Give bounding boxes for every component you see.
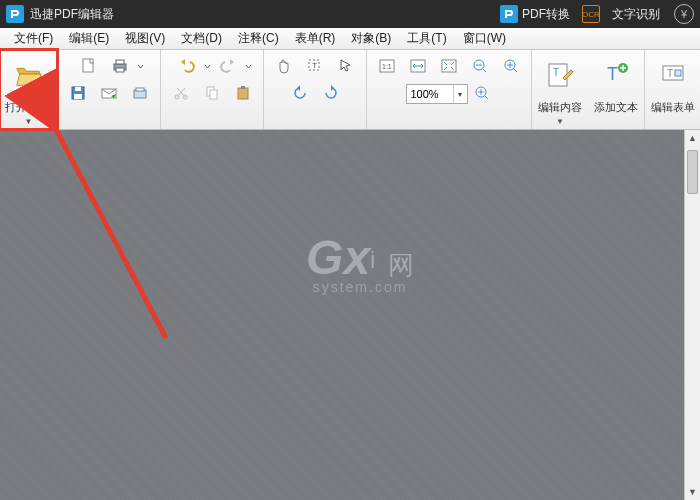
email-button[interactable]	[95, 81, 123, 105]
svg-rect-14	[238, 88, 248, 99]
edit-form-icon: T	[658, 54, 688, 96]
add-text-label: 添加文本	[594, 100, 638, 115]
chevron-down-icon[interactable]: ▾	[453, 85, 467, 103]
history-group	[161, 50, 264, 129]
zoom-group: 1:1 ▾	[367, 50, 532, 129]
watermark: Gxi 网 system.com	[260, 230, 460, 295]
scroll-thumb[interactable]	[687, 150, 698, 194]
add-text-icon: T	[601, 54, 631, 96]
svg-rect-5	[75, 87, 81, 91]
hand-tool-button[interactable]	[270, 54, 298, 78]
zoom-in-button[interactable]	[497, 54, 525, 78]
svg-rect-15	[241, 86, 245, 89]
copy-button[interactable]	[198, 81, 226, 105]
purchase-icon[interactable]: ¥	[674, 4, 694, 24]
zoom-out-button[interactable]	[466, 54, 494, 78]
fit-actual-button[interactable]: 1:1	[373, 54, 401, 78]
chevron-down-icon[interactable]	[204, 63, 211, 70]
zoom-combo[interactable]: ▾	[406, 84, 468, 104]
svg-rect-3	[116, 68, 124, 72]
cut-button[interactable]	[167, 81, 195, 105]
text-select-button[interactable]: T	[301, 54, 329, 78]
chevron-down-icon[interactable]	[137, 63, 144, 70]
zoom-in-button-alt[interactable]	[471, 82, 493, 104]
menu-file[interactable]: 文件(F)	[6, 28, 61, 49]
menu-form[interactable]: 表单(R)	[287, 28, 344, 49]
edit-content-icon: T	[545, 54, 575, 96]
edit-content-label: 编辑内容	[538, 100, 582, 115]
svg-rect-0	[83, 59, 93, 72]
chevron-down-icon: ▼	[556, 119, 564, 125]
zoom-input[interactable]	[407, 88, 453, 100]
menu-tools[interactable]: 工具(T)	[399, 28, 454, 49]
svg-text:T: T	[667, 68, 673, 79]
app-title: 迅捷PDF编辑器	[30, 6, 114, 23]
fit-page-button[interactable]	[435, 54, 463, 78]
titlebar: 迅捷PDF编辑器 PDF转换 OCR 文字识别 ¥	[0, 0, 700, 28]
menu-view[interactable]: 视图(V)	[117, 28, 173, 49]
scan-button[interactable]	[126, 81, 154, 105]
undo-button[interactable]	[173, 54, 201, 78]
ocr-badge-icon: OCR	[582, 5, 600, 23]
pdf-convert-button[interactable]: PDF转换	[492, 0, 578, 28]
pointer-tool-button[interactable]	[332, 54, 360, 78]
svg-text:1:1: 1:1	[382, 63, 392, 70]
svg-rect-2	[116, 60, 124, 64]
menubar: 文件(F) 编辑(E) 视图(V) 文档(D) 注释(C) 表单(R) 对象(B…	[0, 28, 700, 50]
pdf-convert-icon	[500, 5, 518, 23]
svg-rect-9	[136, 88, 144, 91]
redo-button[interactable]	[214, 54, 242, 78]
edit-form-button[interactable]: T 编辑表单	[645, 50, 700, 129]
menu-document[interactable]: 文档(D)	[173, 28, 230, 49]
print-button[interactable]	[106, 54, 134, 78]
menu-edit[interactable]: 编辑(E)	[61, 28, 117, 49]
chevron-down-icon: ▼	[25, 119, 33, 125]
open-button[interactable]: 打开(O)... ▼	[0, 50, 58, 129]
scroll-down-arrow[interactable]: ▼	[685, 484, 700, 500]
folder-open-icon	[14, 54, 44, 96]
save-button[interactable]	[64, 81, 92, 105]
rotate-cw-button[interactable]	[317, 81, 345, 105]
svg-text:T: T	[312, 61, 317, 70]
svg-rect-31	[675, 70, 681, 76]
open-label: 打开(O)...	[5, 100, 52, 115]
svg-rect-6	[74, 94, 82, 99]
new-document-button[interactable]	[75, 54, 103, 78]
edit-form-label: 编辑表单	[651, 100, 695, 115]
file-ops-group	[58, 50, 161, 129]
svg-text:T: T	[607, 64, 618, 84]
add-text-button[interactable]: T 添加文本	[588, 50, 645, 129]
menu-object[interactable]: 对象(B)	[343, 28, 399, 49]
chevron-down-icon[interactable]	[245, 63, 252, 70]
edit-content-button[interactable]: T 编辑内容 ▼	[532, 50, 588, 129]
paste-button[interactable]	[229, 81, 257, 105]
vertical-scrollbar[interactable]: ▲ ▼	[684, 130, 700, 500]
scroll-up-arrow[interactable]: ▲	[685, 130, 700, 146]
ocr-button[interactable]: 文字识别	[604, 0, 668, 28]
rotate-ccw-button[interactable]	[286, 81, 314, 105]
menu-annotate[interactable]: 注释(C)	[230, 28, 287, 49]
select-group: T	[264, 50, 367, 129]
svg-rect-21	[442, 60, 456, 72]
toolbar: 打开(O)... ▼ T	[0, 50, 700, 130]
app-logo-icon	[6, 5, 24, 23]
document-canvas[interactable]: Gxi 网 system.com	[0, 130, 700, 500]
fit-width-button[interactable]	[404, 54, 432, 78]
menu-window[interactable]: 窗口(W)	[455, 28, 514, 49]
svg-rect-13	[210, 90, 217, 99]
svg-text:T: T	[553, 67, 559, 78]
